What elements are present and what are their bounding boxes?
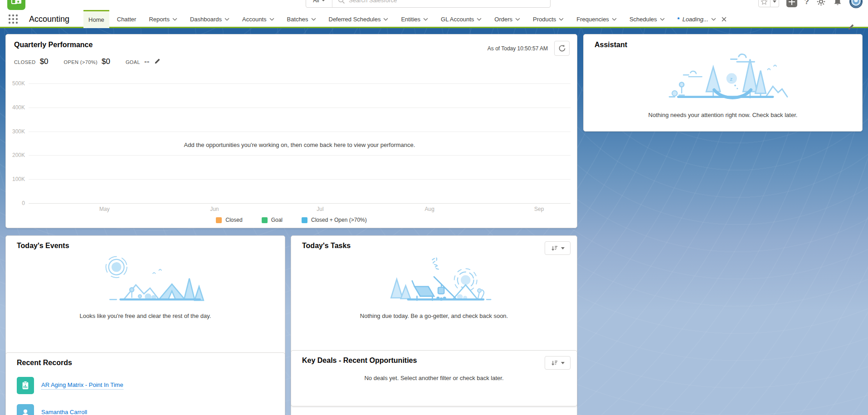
star-icon: [761, 0, 768, 5]
user-glyph: [20, 407, 31, 415]
favorites-dropdown-button[interactable]: [770, 0, 779, 7]
tab-products[interactable]: Products: [528, 10, 569, 28]
billing-icon: [9, 0, 24, 9]
setup-gear-button[interactable]: [816, 0, 826, 6]
kpi-goal: GOAL --: [126, 57, 161, 66]
search-input[interactable]: [349, 0, 550, 4]
assistant-empty-message: Nothing needs your attention right now. …: [649, 112, 798, 118]
report-glyph: [20, 380, 31, 391]
chart-empty-message: Add the opportunities you're working on,…: [29, 142, 571, 148]
camping-day-illustration: [85, 251, 206, 312]
global-actions-button[interactable]: [786, 0, 797, 7]
refresh-button[interactable]: [554, 41, 570, 56]
tab-frequencies[interactable]: Frequencies: [571, 10, 622, 28]
chevron-down-icon: [561, 362, 565, 364]
legend-swatch-closed: [216, 217, 222, 223]
tab-reports[interactable]: Reports: [144, 10, 182, 28]
tab-loading-temporary[interactable]: * Loading...: [673, 10, 731, 28]
chevron-down-icon: [477, 18, 482, 21]
chevron-down-icon: [711, 18, 716, 21]
tab-gl-accounts[interactable]: GL Accounts: [436, 10, 487, 28]
key-deals-empty-message: No deals yet. Select another filter or c…: [302, 375, 566, 381]
card-title: Recent Records: [17, 359, 274, 367]
x-axis-line: 0: [29, 203, 571, 204]
chevron-down-icon: [322, 0, 325, 1]
global-header: All ?: [0, 0, 868, 28]
key-deals-card: Key Deals - Recent Opportunities No deal…: [291, 350, 577, 406]
recent-records-card: Recent Records AR Aging Matrix - Point I…: [5, 352, 285, 415]
chevron-down-icon: [559, 18, 564, 21]
hammock-illustration: z: [657, 49, 789, 107]
search-scope-label: All: [313, 0, 319, 4]
tab-dashboards[interactable]: Dashboards: [185, 10, 234, 28]
user-avatar-button[interactable]: [849, 0, 863, 8]
tab-home[interactable]: Home: [83, 10, 109, 28]
app-navigation-bar: Accounting Home Chatter Reports Dashboar…: [0, 10, 868, 28]
report-icon: [17, 377, 34, 394]
tasks-filter-dropdown-button[interactable]: [545, 241, 571, 255]
svg-text:z: z: [730, 76, 732, 82]
favorites-star-button[interactable]: [758, 0, 770, 7]
close-icon: [722, 17, 727, 22]
tasks-empty-message: Nothing due today. Be a go-getter, and c…: [360, 312, 508, 319]
tab-chatter[interactable]: Chatter: [112, 10, 141, 28]
card-title: Today's Tasks: [302, 242, 351, 250]
gridline: 300K: [29, 132, 571, 132]
kpi-closed: CLOSED $0: [14, 57, 49, 66]
record-link-ar-aging-matrix[interactable]: AR Aging Matrix - Point In Time: [41, 381, 123, 390]
chevron-down-icon: [660, 18, 665, 21]
card-title: Quarterly Performance: [14, 41, 93, 49]
as-of-timestamp: As of Today 10:50:57 AM: [488, 45, 548, 52]
tab-schedules[interactable]: Schedules: [624, 10, 670, 28]
record-link-samantha-carroll[interactable]: Samantha Carroll: [41, 409, 87, 415]
card-title: Today's Events: [17, 242, 69, 250]
close-tab-button[interactable]: [722, 17, 727, 22]
app-launcher-icon[interactable]: [8, 14, 18, 24]
campfire-illustration: [373, 251, 495, 312]
legend-swatch-closed-open: [302, 217, 307, 223]
chevron-down-icon: [383, 18, 388, 21]
record-row: Samantha Carroll: [17, 404, 274, 415]
notifications-bell-button[interactable]: [833, 0, 842, 6]
edit-navigation-pencil-icon[interactable]: [848, 24, 854, 30]
help-button[interactable]: ?: [805, 0, 809, 6]
tab-entities[interactable]: Entities: [396, 10, 433, 28]
gridline: 500K: [29, 83, 571, 84]
gridline: 100K: [29, 179, 571, 180]
tab-accounts[interactable]: Accounts: [237, 10, 279, 28]
chevron-down-icon: [773, 0, 776, 3]
nav-tabs: Home Chatter Reports Dashboards Accounts…: [82, 10, 733, 28]
search-scope-dropdown[interactable]: All: [306, 0, 332, 7]
tab-orders[interactable]: Orders: [489, 10, 525, 28]
quarterly-performance-card: Quarterly Performance As of Today 10:50:…: [5, 34, 577, 228]
sort-icon: [551, 360, 558, 366]
chevron-down-icon: [612, 18, 617, 21]
sort-icon: [551, 245, 558, 252]
kpi-open: OPEN (>70%) $0: [64, 57, 110, 66]
edit-goal-pencil-icon[interactable]: [154, 58, 161, 64]
legend-goal: Goal: [262, 217, 283, 223]
chevron-down-icon: [561, 247, 565, 249]
assistant-card: Assistant z Nothing needs your attention…: [583, 34, 863, 132]
accounting-app-icon[interactable]: [7, 0, 25, 10]
tab-deferred-schedules[interactable]: Deferred Schedules: [324, 10, 394, 28]
unsaved-indicator: *: [678, 16, 680, 23]
chevron-down-icon: [172, 18, 177, 21]
key-deals-filter-dropdown-button[interactable]: [545, 356, 571, 370]
chart-legend: Closed Goal Closed + Open (>70%): [6, 217, 577, 223]
legend-closed-open: Closed + Open (>70%): [302, 217, 367, 223]
app-name: Accounting: [29, 15, 69, 24]
legend-closed: Closed: [216, 217, 242, 223]
avatar-icon: [850, 0, 862, 7]
card-title: Assistant: [595, 41, 627, 49]
kpi-row: CLOSED $0 OPEN (>70%) $0 GOAL --: [14, 57, 161, 66]
x-axis-labels: May Jun Jul Aug Sep: [29, 206, 571, 213]
tab-batches[interactable]: Batches: [282, 10, 321, 28]
refresh-icon: [558, 44, 566, 52]
chevron-down-icon: [423, 18, 428, 21]
global-search: All: [306, 0, 551, 8]
events-empty-message: Looks like you're free and clear the res…: [80, 312, 211, 319]
chevron-down-icon: [311, 18, 316, 21]
chevron-down-icon: [224, 18, 229, 21]
card-title: Key Deals - Recent Opportunities: [302, 356, 566, 365]
